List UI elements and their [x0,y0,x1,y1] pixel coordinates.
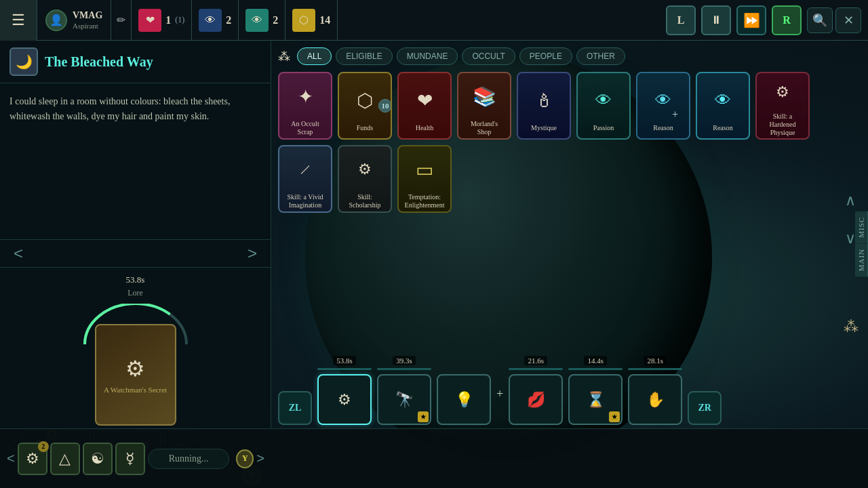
bottom-item-4-icon: ☿ [125,450,135,468]
zl-button[interactable]: ZL [278,391,312,425]
quest-prev-button[interactable]: < [14,244,23,263]
filter-all[interactable]: ALL [297,47,332,65]
card-mystique-icon: 🕯 [518,79,570,123]
bottom-item-1[interactable]: ⚙ 2 [18,443,47,475]
card-funds[interactable]: ⬡ Funds 10 [338,72,392,140]
card-an-occult-scrap-label: An OccultScrap [290,119,320,138]
timeline-slot-4: 21.6s 💋 [509,356,563,425]
eye-blue-count: 2 [226,14,231,26]
timeline-slot-5-badge: ★ [609,411,620,422]
card-skill-hardened-label: Skill: aHardenedPhysique [768,111,797,138]
r-button[interactable]: R [772,5,802,35]
bottom-item-4[interactable]: ☿ [115,443,145,475]
misc-label[interactable]: MISC [855,211,868,243]
bottom-inventory: < ⚙ 2 △ ☯ ☿ Running... Y > [0,443,271,475]
card-an-occult-scrap-icon: ✦ [279,75,331,119]
bottom-item-2[interactable]: △ [50,443,80,475]
timeline-slot-6-timer: 28.1s [644,356,667,365]
timeline-slot-2-icon: 🔭 [395,391,414,409]
menu-button[interactable]: ☰ [0,0,37,41]
bottom-bar: < ⚙ 2 △ ☯ ☿ Running... Y > [0,428,868,488]
timeline-slot-4-timer: 21.6s [524,356,547,365]
filter-other[interactable]: OTHER [576,47,625,65]
filter-people[interactable]: PEOPLE [519,47,572,65]
content-down-button[interactable]: ∨ [845,230,856,247]
timeline-slot-4-card[interactable]: 💋 [509,374,563,425]
card-an-occult-scrap[interactable]: ✦ An OccultScrap [278,72,332,140]
timeline-slot-2-timer: 39.3s [393,356,416,365]
timeline-slot-3-card[interactable]: 💡 [437,374,491,425]
heart-count: 1 [165,14,171,26]
pause-button[interactable]: ⏸ [701,5,731,35]
filter-mundane[interactable]: MUNDANE [397,47,458,65]
card-skill-hardened[interactable]: ⚙ Skill: aHardenedPhysique [755,72,810,140]
quest-next-button[interactable]: > [248,244,257,263]
card-skill-scholarship-label: Skill:Scholarship [347,192,382,211]
heart-sub: (1) [175,15,184,25]
timeline-slot-5-icon: ⌛ [587,391,605,409]
card-passion-label: Passion [592,123,616,134]
coin-stat: ⬡ 14 [285,0,338,40]
timeline-slot-4-bar [509,368,563,370]
bottom-item-3[interactable]: ☯ [83,443,113,475]
quest-title: The Bleached Way [45,54,153,70]
quest-body: I could sleep in a room without colours:… [0,83,271,239]
top-right-controls: L ⏸ ⏩ R 🔍 ✕ [666,5,868,35]
timeline-slot-1-bar [317,368,372,370]
zr-button[interactable]: ZR [688,391,722,425]
side-cluster[interactable]: ⁂ [844,318,859,336]
search-button[interactable]: 🔍 [807,7,833,33]
l-button[interactable]: L [666,5,696,35]
timeline-slot-1-timer: 53.8s [333,356,356,365]
card-reason-1[interactable]: 👁 Reason [636,72,690,140]
card-skill-vivid[interactable]: ⟋ Skill: a VividImagination [278,145,332,213]
card-temptation-enlightenment[interactable]: ▭ Temptation:Enlightenment [397,145,452,213]
bottom-prev-button[interactable]: < [7,451,15,466]
card-reason-2-label: Reason [711,123,734,134]
skip-button[interactable]: ⏩ [736,5,766,35]
timer-slot-label: Lore [127,288,143,298]
close-button[interactable]: ✕ [835,7,861,33]
content-up-button[interactable]: ∧ [845,192,856,209]
timeline-slot-2: 39.3s 🔭 ★ [377,356,431,425]
eye-teal-icon: 👁 [245,9,269,32]
filter-bar: ⁂ ALL ELIGIBLE MUNDANE OCCULT PEOPLE OTH… [278,47,861,65]
active-card-slot[interactable]: ⚙ A Watchman's Secret [95,324,176,426]
timeline-slot-6-icon: ✋ [646,391,665,409]
card-mystique-label: Mystique [530,123,558,134]
timeline-slot-6-bar [628,368,682,370]
player-name: VMAG [73,10,102,22]
quest-nav: < > [0,239,271,267]
card-funds-badge: 10 [378,99,392,113]
bottom-run-status: Running... [148,449,230,469]
card-health[interactable]: ❤ Health [397,72,452,140]
heart-icon: ❤ [138,9,161,32]
filter-eligible[interactable]: ELIGIBLE [336,47,392,65]
timeline-section: ZL 53.8s ⚙ 39.3s 🔭 ★ 💡 + 21.6s 💋 14.4s [271,354,868,428]
timeline-slot-5-bar [568,368,623,370]
bottom-next-button[interactable]: > [256,451,264,466]
star-decoration: + [672,108,678,121]
timeline-slot-6: 28.1s ✋ [628,356,682,425]
timeline-slot-1-card[interactable]: ⚙ [317,374,372,425]
timeline-slot-5-timer: 14.4s [584,356,607,365]
card-reason-2[interactable]: 👁 Reason [696,72,750,140]
card-morlands-shop[interactable]: 📚 Morland'sShop [457,72,511,140]
timer-value: 53.8s [126,274,145,285]
timeline-slot-2-card[interactable]: 🔭 ★ [377,374,431,425]
bottom-item-1-badge: 2 [38,441,49,452]
main-content: ⁂ ALL ELIGIBLE MUNDANE OCCULT PEOPLE OTH… [271,41,868,354]
card-skill-scholarship[interactable]: ⚙ Skill:Scholarship [338,145,392,213]
timeline-slot-1: 53.8s ⚙ [317,356,372,425]
bottom-y-button[interactable]: Y [236,449,254,468]
right-nav: ∧ ∨ [845,192,856,247]
timeline-slot-1-icon: ⚙ [338,391,351,409]
timeline-slot-5-card[interactable]: ⌛ ★ [568,374,623,425]
main-label[interactable]: MAIN [855,243,868,277]
filter-occult[interactable]: OCCULT [462,47,515,65]
card-reason-2-icon: 👁 [697,79,749,123]
timeline-slot-6-card[interactable]: ✋ [628,374,682,425]
card-mystique[interactable]: 🕯 Mystique [517,72,571,140]
card-passion[interactable]: 👁 Passion [576,72,631,140]
card-skill-scholarship-icon: ⚙ [339,148,391,192]
